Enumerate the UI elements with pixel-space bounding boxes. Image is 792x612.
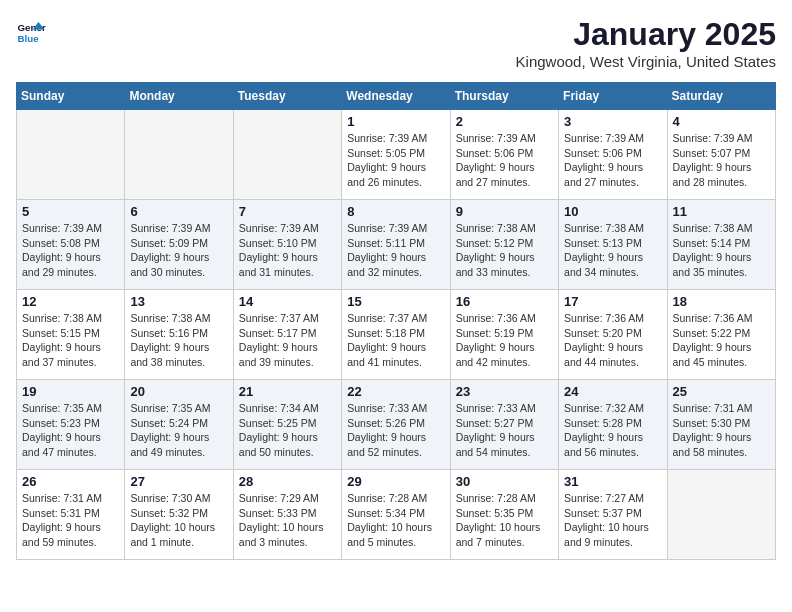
calendar-day-cell: 15Sunrise: 7:37 AM Sunset: 5:18 PM Dayli… [342, 290, 450, 380]
day-info: Sunrise: 7:33 AM Sunset: 5:27 PM Dayligh… [456, 401, 553, 460]
day-number: 15 [347, 294, 444, 309]
day-info: Sunrise: 7:39 AM Sunset: 5:07 PM Dayligh… [673, 131, 770, 190]
day-info: Sunrise: 7:30 AM Sunset: 5:32 PM Dayligh… [130, 491, 227, 550]
day-info: Sunrise: 7:39 AM Sunset: 5:11 PM Dayligh… [347, 221, 444, 280]
day-number: 18 [673, 294, 770, 309]
day-number: 10 [564, 204, 661, 219]
day-info: Sunrise: 7:33 AM Sunset: 5:26 PM Dayligh… [347, 401, 444, 460]
weekday-header-tuesday: Tuesday [233, 83, 341, 110]
day-info: Sunrise: 7:36 AM Sunset: 5:19 PM Dayligh… [456, 311, 553, 370]
day-info: Sunrise: 7:35 AM Sunset: 5:24 PM Dayligh… [130, 401, 227, 460]
calendar-week-row: 5Sunrise: 7:39 AM Sunset: 5:08 PM Daylig… [17, 200, 776, 290]
calendar-day-cell: 31Sunrise: 7:27 AM Sunset: 5:37 PM Dayli… [559, 470, 667, 560]
day-number: 24 [564, 384, 661, 399]
day-info: Sunrise: 7:39 AM Sunset: 5:06 PM Dayligh… [564, 131, 661, 190]
calendar-day-cell: 12Sunrise: 7:38 AM Sunset: 5:15 PM Dayli… [17, 290, 125, 380]
day-info: Sunrise: 7:39 AM Sunset: 5:06 PM Dayligh… [456, 131, 553, 190]
calendar-day-cell: 16Sunrise: 7:36 AM Sunset: 5:19 PM Dayli… [450, 290, 558, 380]
day-number: 2 [456, 114, 553, 129]
day-number: 19 [22, 384, 119, 399]
calendar-day-cell: 10Sunrise: 7:38 AM Sunset: 5:13 PM Dayli… [559, 200, 667, 290]
calendar-day-cell [233, 110, 341, 200]
day-info: Sunrise: 7:34 AM Sunset: 5:25 PM Dayligh… [239, 401, 336, 460]
calendar-day-cell: 30Sunrise: 7:28 AM Sunset: 5:35 PM Dayli… [450, 470, 558, 560]
calendar-day-cell: 28Sunrise: 7:29 AM Sunset: 5:33 PM Dayli… [233, 470, 341, 560]
calendar-day-cell: 2Sunrise: 7:39 AM Sunset: 5:06 PM Daylig… [450, 110, 558, 200]
calendar-day-cell: 19Sunrise: 7:35 AM Sunset: 5:23 PM Dayli… [17, 380, 125, 470]
calendar-day-cell: 8Sunrise: 7:39 AM Sunset: 5:11 PM Daylig… [342, 200, 450, 290]
calendar-day-cell: 17Sunrise: 7:36 AM Sunset: 5:20 PM Dayli… [559, 290, 667, 380]
weekday-header-sunday: Sunday [17, 83, 125, 110]
day-info: Sunrise: 7:37 AM Sunset: 5:17 PM Dayligh… [239, 311, 336, 370]
day-number: 20 [130, 384, 227, 399]
calendar-day-cell: 7Sunrise: 7:39 AM Sunset: 5:10 PM Daylig… [233, 200, 341, 290]
calendar-day-cell: 24Sunrise: 7:32 AM Sunset: 5:28 PM Dayli… [559, 380, 667, 470]
day-number: 27 [130, 474, 227, 489]
weekday-header-thursday: Thursday [450, 83, 558, 110]
day-number: 6 [130, 204, 227, 219]
calendar-day-cell: 4Sunrise: 7:39 AM Sunset: 5:07 PM Daylig… [667, 110, 775, 200]
day-info: Sunrise: 7:37 AM Sunset: 5:18 PM Dayligh… [347, 311, 444, 370]
month-title: January 2025 [516, 16, 776, 53]
day-info: Sunrise: 7:38 AM Sunset: 5:12 PM Dayligh… [456, 221, 553, 280]
calendar-day-cell: 22Sunrise: 7:33 AM Sunset: 5:26 PM Dayli… [342, 380, 450, 470]
calendar-day-cell: 6Sunrise: 7:39 AM Sunset: 5:09 PM Daylig… [125, 200, 233, 290]
day-info: Sunrise: 7:31 AM Sunset: 5:31 PM Dayligh… [22, 491, 119, 550]
page-header: General Blue January 2025 Kingwood, West… [16, 16, 776, 70]
weekday-header-monday: Monday [125, 83, 233, 110]
day-number: 30 [456, 474, 553, 489]
weekday-header-row: SundayMondayTuesdayWednesdayThursdayFrid… [17, 83, 776, 110]
title-block: January 2025 Kingwood, West Virginia, Un… [516, 16, 776, 70]
logo: General Blue [16, 16, 46, 46]
calendar-week-row: 26Sunrise: 7:31 AM Sunset: 5:31 PM Dayli… [17, 470, 776, 560]
day-number: 29 [347, 474, 444, 489]
day-info: Sunrise: 7:39 AM Sunset: 5:08 PM Dayligh… [22, 221, 119, 280]
calendar-day-cell: 20Sunrise: 7:35 AM Sunset: 5:24 PM Dayli… [125, 380, 233, 470]
day-info: Sunrise: 7:36 AM Sunset: 5:22 PM Dayligh… [673, 311, 770, 370]
calendar-day-cell: 14Sunrise: 7:37 AM Sunset: 5:17 PM Dayli… [233, 290, 341, 380]
calendar-day-cell [667, 470, 775, 560]
weekday-header-friday: Friday [559, 83, 667, 110]
day-number: 8 [347, 204, 444, 219]
calendar-day-cell: 9Sunrise: 7:38 AM Sunset: 5:12 PM Daylig… [450, 200, 558, 290]
day-info: Sunrise: 7:38 AM Sunset: 5:16 PM Dayligh… [130, 311, 227, 370]
day-number: 28 [239, 474, 336, 489]
day-number: 21 [239, 384, 336, 399]
day-number: 31 [564, 474, 661, 489]
calendar-week-row: 19Sunrise: 7:35 AM Sunset: 5:23 PM Dayli… [17, 380, 776, 470]
location-title: Kingwood, West Virginia, United States [516, 53, 776, 70]
day-number: 3 [564, 114, 661, 129]
day-number: 17 [564, 294, 661, 309]
calendar-day-cell [17, 110, 125, 200]
day-number: 11 [673, 204, 770, 219]
day-info: Sunrise: 7:31 AM Sunset: 5:30 PM Dayligh… [673, 401, 770, 460]
calendar-day-cell: 29Sunrise: 7:28 AM Sunset: 5:34 PM Dayli… [342, 470, 450, 560]
calendar-day-cell [125, 110, 233, 200]
calendar-day-cell: 11Sunrise: 7:38 AM Sunset: 5:14 PM Dayli… [667, 200, 775, 290]
day-number: 9 [456, 204, 553, 219]
day-number: 4 [673, 114, 770, 129]
day-number: 12 [22, 294, 119, 309]
day-info: Sunrise: 7:38 AM Sunset: 5:14 PM Dayligh… [673, 221, 770, 280]
calendar-day-cell: 23Sunrise: 7:33 AM Sunset: 5:27 PM Dayli… [450, 380, 558, 470]
day-info: Sunrise: 7:28 AM Sunset: 5:35 PM Dayligh… [456, 491, 553, 550]
calendar-day-cell: 3Sunrise: 7:39 AM Sunset: 5:06 PM Daylig… [559, 110, 667, 200]
day-number: 7 [239, 204, 336, 219]
day-number: 13 [130, 294, 227, 309]
day-info: Sunrise: 7:39 AM Sunset: 5:10 PM Dayligh… [239, 221, 336, 280]
day-info: Sunrise: 7:28 AM Sunset: 5:34 PM Dayligh… [347, 491, 444, 550]
day-info: Sunrise: 7:39 AM Sunset: 5:05 PM Dayligh… [347, 131, 444, 190]
calendar-week-row: 12Sunrise: 7:38 AM Sunset: 5:15 PM Dayli… [17, 290, 776, 380]
calendar-day-cell: 26Sunrise: 7:31 AM Sunset: 5:31 PM Dayli… [17, 470, 125, 560]
day-number: 5 [22, 204, 119, 219]
calendar-day-cell: 21Sunrise: 7:34 AM Sunset: 5:25 PM Dayli… [233, 380, 341, 470]
calendar-day-cell: 13Sunrise: 7:38 AM Sunset: 5:16 PM Dayli… [125, 290, 233, 380]
day-number: 23 [456, 384, 553, 399]
calendar-day-cell: 5Sunrise: 7:39 AM Sunset: 5:08 PM Daylig… [17, 200, 125, 290]
logo-icon: General Blue [16, 16, 46, 46]
calendar-day-cell: 1Sunrise: 7:39 AM Sunset: 5:05 PM Daylig… [342, 110, 450, 200]
day-info: Sunrise: 7:32 AM Sunset: 5:28 PM Dayligh… [564, 401, 661, 460]
day-info: Sunrise: 7:27 AM Sunset: 5:37 PM Dayligh… [564, 491, 661, 550]
day-number: 26 [22, 474, 119, 489]
day-number: 22 [347, 384, 444, 399]
